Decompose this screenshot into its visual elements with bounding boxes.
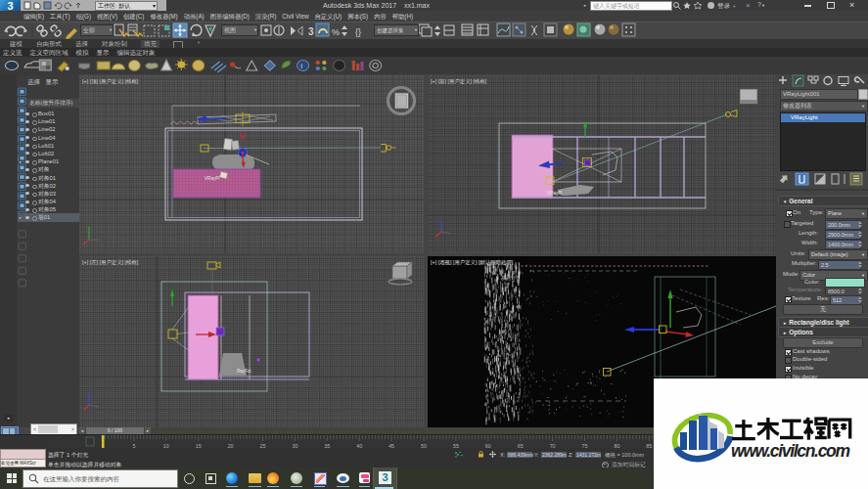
svg-text:[+] [顶] [用户定义] [线框]: [+] [顶] [用户定义] [线框] (82, 78, 139, 85)
svg-text:i: i (300, 61, 302, 70)
svg-text:RayFct: RayFct (237, 369, 251, 374)
svg-text:[+] [前] [用户定义] [线框]: [+] [前] [用户定义] [线框] (431, 78, 487, 85)
svg-text:[+] [左] [用户定义] [线框]: [+] [左] [用户定义] [线框] (82, 259, 139, 266)
svg-text:VRayPl: VRayPl (205, 176, 219, 181)
svg-text:%: % (332, 27, 340, 37)
svg-text:[+] [透视] [用户定义] [默认明暗处理]: [+] [透视] [用户定义] [默认明暗处理] (431, 259, 514, 266)
svg-text:{}: {} (355, 27, 361, 37)
svg-text:3: 3 (308, 26, 314, 37)
svg-text:www.civilcn.com: www.civilcn.com (731, 441, 850, 461)
svg-text:VRayPl: VRayPl (547, 191, 562, 196)
